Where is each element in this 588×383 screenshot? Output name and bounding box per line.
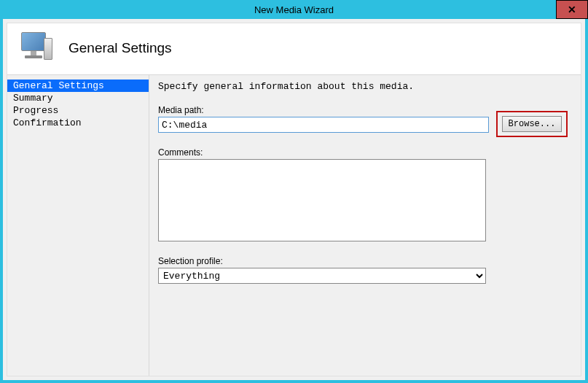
content-outer: General Settings General Settings Summar… <box>3 19 585 380</box>
browse-button[interactable]: Browse... <box>502 116 562 132</box>
sidebar-item-summary[interactable]: Summary <box>7 92 149 104</box>
selection-profile-label: Selection profile: <box>158 256 568 266</box>
main-panel: Specify general information about this m… <box>149 75 581 376</box>
media-path-input[interactable] <box>158 117 489 133</box>
close-icon: ✕ <box>568 4 576 15</box>
browse-highlight: Browse... <box>496 111 568 137</box>
window-title: New Media Wizard <box>0 4 588 15</box>
sidebar: General Settings Summary Progress Confir… <box>7 75 149 376</box>
selection-profile-select[interactable]: Everything <box>158 268 486 284</box>
header: General Settings <box>7 23 581 74</box>
titlebar: New Media Wizard ✕ <box>0 0 588 19</box>
comments-input[interactable] <box>158 159 486 241</box>
sidebar-item-progress[interactable]: Progress <box>7 104 149 117</box>
sidebar-item-general-settings[interactable]: General Settings <box>7 80 149 92</box>
wizard-window: New Media Wizard ✕ General Settings Gene… <box>0 0 588 383</box>
instruction-text: Specify general information about this m… <box>158 81 568 92</box>
sidebar-item-confirmation[interactable]: Confirmation <box>7 117 149 129</box>
close-button[interactable]: ✕ <box>556 0 588 19</box>
comments-label: Comments: <box>158 147 568 158</box>
body: General Settings Summary Progress Confir… <box>7 74 581 376</box>
computer-icon <box>17 32 54 64</box>
content-inner: General Settings General Settings Summar… <box>7 23 581 376</box>
page-title: General Settings <box>68 40 172 56</box>
